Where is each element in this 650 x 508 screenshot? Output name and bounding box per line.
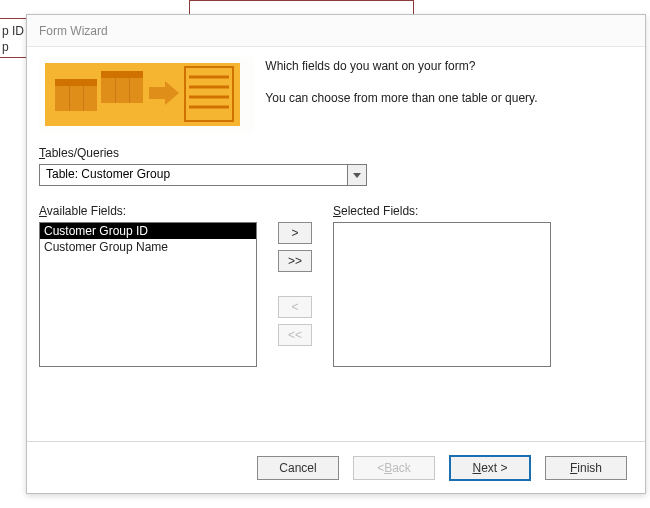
svg-rect-6	[101, 71, 143, 78]
selected-fields-label: Selected Fields:	[333, 204, 551, 218]
tables-queries-label: Tables/Queries	[39, 146, 633, 160]
add-all-fields-button[interactable]: >>	[278, 250, 312, 272]
remove-all-fields-button: <<	[278, 324, 312, 346]
dialog-title: Form Wizard	[39, 24, 108, 38]
form-wizard-dialog: Form Wizard Which field	[26, 14, 646, 494]
svg-rect-4	[83, 86, 84, 111]
tables-queries-value[interactable]: Table: Customer Group	[39, 164, 347, 186]
list-item[interactable]: Customer Group ID	[40, 223, 256, 239]
intro-text: Which fields do you want on your form? Y…	[265, 57, 605, 123]
tables-queries-combo[interactable]: Table: Customer Group	[39, 164, 367, 186]
cancel-button[interactable]: Cancel	[257, 456, 339, 480]
dialog-footer: Cancel < Back Next > Finish	[27, 441, 645, 493]
back-button: < Back	[353, 456, 435, 480]
dialog-content: Which fields do you want on your form? Y…	[27, 47, 645, 441]
available-fields-label: Available Fields:	[39, 204, 257, 218]
bg-text-1: p ID	[2, 23, 24, 39]
selected-fields-listbox[interactable]	[333, 222, 551, 367]
svg-rect-2	[55, 79, 97, 86]
dialog-titlebar: Form Wizard	[27, 15, 645, 47]
next-button[interactable]: Next >	[449, 455, 531, 481]
svg-rect-3	[69, 86, 70, 111]
wizard-illustration	[39, 57, 254, 132]
chevron-down-icon	[353, 173, 361, 178]
svg-rect-7	[115, 78, 116, 103]
remove-field-button: <	[278, 296, 312, 318]
available-fields-listbox[interactable]: Customer Group IDCustomer Group Name	[39, 222, 257, 367]
list-item[interactable]: Customer Group Name	[40, 239, 256, 255]
add-field-button[interactable]: >	[278, 222, 312, 244]
intro-line-1: Which fields do you want on your form?	[265, 59, 605, 73]
finish-button[interactable]: Finish	[545, 456, 627, 480]
svg-rect-8	[129, 78, 130, 103]
background-panel-left: p ID p Nar	[0, 18, 27, 58]
bg-text-2: p Nar	[2, 39, 24, 58]
intro-line-2: You can choose from more than one table …	[265, 91, 605, 105]
tables-queries-dropdown-button[interactable]	[347, 164, 367, 186]
